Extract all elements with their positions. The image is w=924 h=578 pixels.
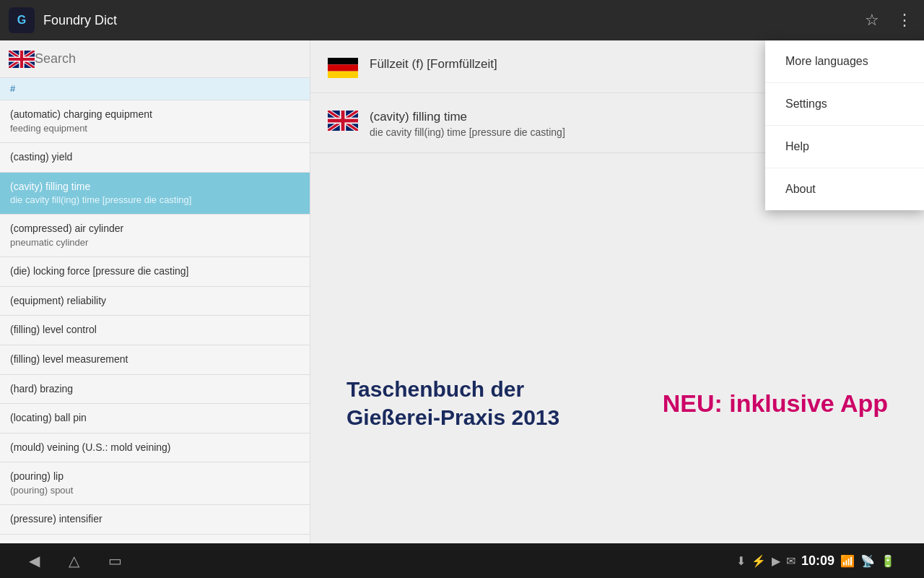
- main-content: #(automatic) charging equipmentfeeding e…: [0, 40, 924, 543]
- battery-icon: 🔋: [881, 554, 895, 568]
- list-item[interactable]: (die) locking force [pressure die castin…: [0, 257, 310, 287]
- usb-icon: ⚡: [751, 554, 766, 568]
- play-icon: ▶: [772, 554, 780, 568]
- list-item[interactable]: (pressure) intensifier: [0, 505, 310, 535]
- list-item[interactable]: (compressed) air cylinderpneumatic cylin…: [0, 215, 310, 257]
- svg-rect-3: [328, 72, 358, 78]
- email-icon: ✉: [786, 554, 796, 568]
- menu-item-help[interactable]: Help: [765, 126, 924, 168]
- promo-title: Taschenbuch derGießerei-Praxis 2013: [346, 375, 559, 431]
- svg-rect-1: [328, 58, 358, 64]
- search-bar: [0, 40, 310, 78]
- list-item[interactable]: (filling) level control: [0, 316, 310, 345]
- list-item[interactable]: (mould) veining (U.S.: mold veining): [0, 434, 310, 463]
- list-item[interactable]: (pouring) lip(pouring) spout: [0, 462, 310, 505]
- toolbar-actions: ☆ ⋮: [862, 8, 915, 33]
- left-panel: #(automatic) charging equipmentfeeding e…: [0, 40, 310, 543]
- back-nav-icon[interactable]: ◀: [29, 552, 40, 569]
- list-item[interactable]: (hard) brazing: [0, 375, 310, 405]
- star-icon[interactable]: ☆: [862, 8, 882, 33]
- list-item[interactable]: (automatic) charging equipmentfeeding eq…: [0, 100, 310, 143]
- de-flag-icon: [328, 58, 358, 78]
- list-item[interactable]: (filling) level measurement: [0, 345, 310, 375]
- promo-banner: Taschenbuch derGießerei-Praxis 2013 NEU:…: [310, 263, 924, 543]
- en-entry-text: (cavity) filling time die cavity fill(in…: [370, 108, 565, 138]
- list-item[interactable]: #: [0, 78, 310, 100]
- wifi-icon: 📶: [840, 554, 855, 568]
- clock: 10:09: [801, 553, 834, 569]
- list-item[interactable]: (casting) yield: [0, 143, 310, 173]
- menu-item-about[interactable]: About: [765, 168, 924, 210]
- app-bar: G Foundry Dict ☆ ⋮: [0, 0, 924, 40]
- en-flag-icon: [328, 111, 358, 131]
- list-item[interactable]: (equipment) reliability: [0, 287, 310, 316]
- list-item[interactable]: (cavity) filling timedie cavity fill(ing…: [0, 173, 310, 215]
- uk-flag-icon: [9, 51, 35, 68]
- de-entry-text: Füllzeit (f) [Formfüllzeit]: [370, 55, 497, 74]
- menu-item-more-languages[interactable]: More languages: [765, 40, 924, 83]
- search-input[interactable]: [35, 51, 301, 66]
- right-panel: Füllzeit (f) [Formfüllzeit] (cavity) fil…: [310, 40, 924, 543]
- home-nav-icon[interactable]: △: [69, 552, 79, 569]
- svg-rect-2: [328, 64, 358, 71]
- app-title: Foundry Dict: [43, 13, 862, 28]
- word-list: #(automatic) charging equipmentfeeding e…: [0, 78, 310, 543]
- download-icon: ⬇: [736, 554, 746, 568]
- more-options-icon[interactable]: ⋮: [894, 8, 915, 33]
- promo-badge: NEU: inklusive App: [663, 389, 888, 418]
- recents-nav-icon[interactable]: ▭: [108, 552, 122, 569]
- app-icon: G: [9, 7, 35, 33]
- list-item[interactable]: (locating) ball pin: [0, 404, 310, 434]
- nav-bar: ◀ △ ▭ ⬇ ⚡ ▶ ✉ 10:09 📶 📡 🔋: [0, 543, 924, 578]
- signal-icon: 📡: [860, 554, 875, 568]
- dropdown-menu: More languagesSettingsHelpAbout: [765, 40, 924, 210]
- status-bar: ⬇ ⚡ ▶ ✉ 10:09 📶 📡 🔋: [736, 553, 895, 569]
- menu-item-settings[interactable]: Settings: [765, 83, 924, 126]
